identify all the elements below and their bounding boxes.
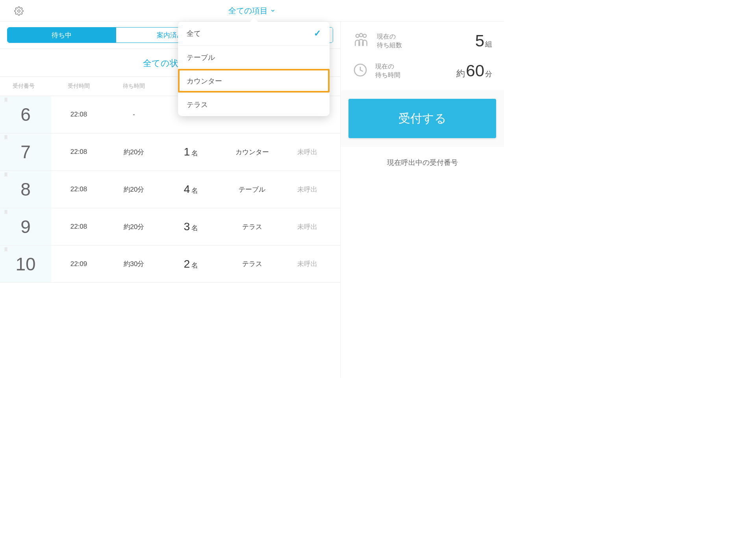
groups-value: 5 <box>475 31 484 50</box>
dropdown-item[interactable]: 全て✓ <box>178 22 330 45</box>
filter-dropdown-trigger[interactable]: 全ての項目 <box>228 6 276 16</box>
cell-party: 4名 <box>161 183 220 196</box>
cell-party: 2名 <box>161 258 220 270</box>
col-time: 受付時間 <box>51 83 106 90</box>
dropdown-item-label: 全て <box>187 29 201 38</box>
chevron-down-icon <box>270 6 276 15</box>
cell-wait: 約30分 <box>106 259 161 268</box>
col-wait: 待ち時間 <box>106 83 161 90</box>
cell-status: 未呼出 <box>284 259 331 268</box>
wait-label-1: 現在の <box>375 62 449 71</box>
groups-value-wrap: 5組 <box>474 31 492 50</box>
dropdown-item-label: テーブル <box>187 53 215 62</box>
groups-label-2: 待ち組数 <box>377 41 467 50</box>
cell-wait: 約20分 <box>106 148 161 157</box>
cell-wait: - <box>106 111 161 118</box>
cell-seat: テラス <box>220 222 284 231</box>
cell-wait: 約20分 <box>106 185 161 194</box>
cell-time: 22:08 <box>51 111 106 118</box>
dropdown-item[interactable]: テラス <box>178 92 330 116</box>
cell-time: 22:08 <box>51 223 106 231</box>
bookmark-icon <box>3 133 9 143</box>
col-number: 受付番号 <box>0 83 51 90</box>
cell-seat: テーブル <box>220 185 284 194</box>
svg-point-1 <box>356 34 359 37</box>
cell-time: 22:08 <box>51 185 106 193</box>
table-row[interactable]: 922:08約20分3名テラス未呼出 <box>0 208 340 245</box>
groups-unit: 組 <box>485 40 492 48</box>
bookmark-icon <box>3 171 9 180</box>
wait-unit: 分 <box>485 70 492 78</box>
bookmark-icon <box>3 96 9 105</box>
cell-party: 3名 <box>161 220 220 233</box>
accept-button[interactable]: 受付する <box>348 99 496 138</box>
cell-seat: テラス <box>220 259 284 268</box>
dropdown-item[interactable]: カウンター <box>178 69 330 92</box>
dropdown-item[interactable]: テーブル <box>178 45 330 69</box>
tab-waiting[interactable]: 待ち中 <box>7 28 116 43</box>
svg-point-2 <box>359 33 363 37</box>
wait-value: 60 <box>466 61 484 80</box>
svg-point-0 <box>18 10 20 12</box>
cell-status: 未呼出 <box>284 222 331 231</box>
gear-icon[interactable] <box>14 6 24 17</box>
cell-status: 未呼出 <box>284 148 331 157</box>
people-icon <box>352 31 370 50</box>
bookmark-icon <box>3 246 9 255</box>
cell-status: 未呼出 <box>284 185 331 194</box>
calling-panel: 現在呼出中の受付番号 <box>341 147 504 378</box>
cell-wait: 約20分 <box>106 222 161 231</box>
table-row[interactable]: 722:08約20分1名カウンター未呼出 <box>0 133 340 170</box>
check-icon: ✓ <box>314 28 321 39</box>
wait-prefix: 約 <box>456 68 465 78</box>
filter-dropdown: 全て✓テーブルカウンターテラス <box>178 22 330 116</box>
cell-seat: カウンター <box>220 148 284 157</box>
wait-label-2: 待ち時間 <box>375 71 449 80</box>
calling-header: 現在呼出中の受付番号 <box>348 158 496 167</box>
cell-time: 22:09 <box>51 260 106 268</box>
header-title: 全ての項目 <box>228 6 268 16</box>
svg-point-3 <box>363 34 366 37</box>
dropdown-item-label: テラス <box>187 100 208 109</box>
table-row[interactable]: 822:08約20分4名テーブル未呼出 <box>0 170 340 208</box>
table-row[interactable]: 1022:09約30分2名テラス未呼出 <box>0 245 340 283</box>
clock-icon <box>352 62 368 80</box>
wait-value-wrap: 約60分 <box>456 61 492 80</box>
cell-party: 1名 <box>161 146 220 158</box>
bookmark-icon <box>3 208 9 218</box>
dropdown-item-label: カウンター <box>187 76 222 86</box>
groups-label-1: 現在の <box>377 32 467 41</box>
stats-panel: 現在の 待ち組数 5組 現在の 待ち時間 <box>341 22 504 90</box>
cell-time: 22:08 <box>51 148 106 156</box>
